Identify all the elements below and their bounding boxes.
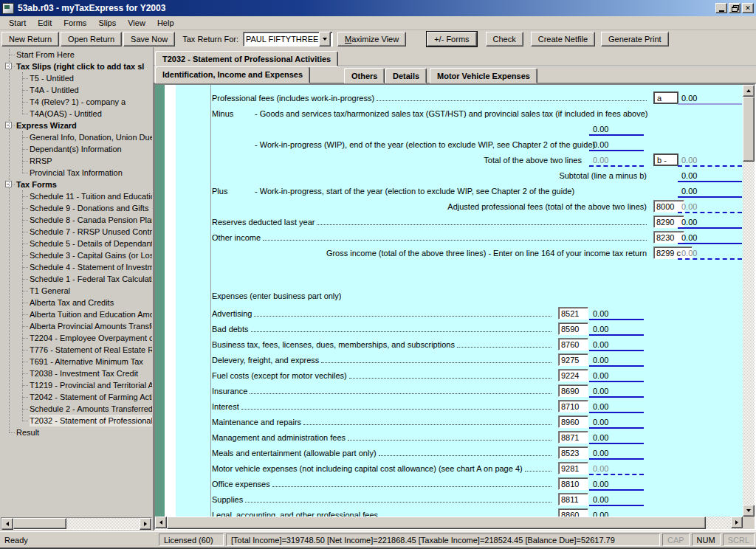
sidebar-item-label: T2032 - Statement of Professional — [30, 415, 152, 427]
dotted-leader — [321, 362, 551, 363]
restore-button[interactable] — [729, 3, 740, 13]
row-label: Interest — [212, 402, 554, 412]
amount-field[interactable]: 0.00 — [589, 308, 644, 320]
scroll-left-button[interactable] — [155, 517, 167, 528]
dotted-leader — [349, 378, 551, 379]
amount-field[interactable]: 0.00 — [589, 339, 644, 351]
amount-field[interactable]: 0.00 — [589, 416, 644, 429]
form-row: Management and administration fees88710.… — [176, 430, 743, 446]
tree-connector — [22, 102, 28, 103]
sidebar-item-label: Tax Slips (right click to add tax sl — [16, 61, 144, 72]
sidebar-item[interactable]: Result — [0, 427, 152, 438]
amount-field[interactable]: 0.00 — [678, 216, 742, 229]
menu-item-slips[interactable]: Slips — [92, 17, 122, 29]
title-bar: 53ab.r03 - myTaxExpress for Y2003 ✕ — [0, 0, 756, 16]
tab-details[interactable]: Details — [385, 68, 427, 83]
row-label: Delevery, freight, and express — [212, 356, 554, 365]
tree-connector — [22, 244, 28, 244]
create-netfile-button[interactable]: Create Netfile — [531, 32, 595, 46]
sidebar-item-label: RRSP — [30, 155, 52, 167]
combobox-dropdown-button[interactable] — [319, 32, 331, 46]
save-now-button[interactable]: Save Now — [123, 32, 175, 46]
tree-connector — [22, 373, 28, 374]
line-letter-box[interactable]: b - — [653, 153, 678, 166]
scroll-right-button[interactable] — [731, 517, 743, 528]
tab-motor-vehicle-expenses[interactable]: Motor Vehicle Expenses — [430, 68, 537, 83]
form-vertical-scrollbar[interactable] — [743, 85, 755, 518]
tree-connector — [22, 149, 28, 150]
minimize-button[interactable] — [715, 3, 727, 13]
tree-connector — [9, 432, 15, 433]
tab-zone: T2032 - Statement of Professional Activi… — [154, 47, 756, 83]
amount-field[interactable]: 0.00 — [678, 232, 742, 244]
scroll-down-button[interactable] — [743, 505, 755, 517]
amount-field[interactable]: 0.00 — [589, 354, 644, 367]
sidebar-item-label: Start From Here — [16, 49, 75, 61]
row-label: - Work-in-progress, start of the year (e… — [255, 187, 574, 196]
menu-item-view[interactable]: View — [122, 17, 151, 29]
tab-identification-income-and-expenses[interactable]: Identification, Income and Expenses — [155, 66, 310, 83]
form-view: Professional fees (includes work-in-prog… — [154, 83, 756, 531]
row-label-text: Bad debts — [212, 325, 249, 334]
amount-field[interactable]: 0.00 — [589, 494, 644, 506]
row-label-text: Advertising — [212, 309, 252, 318]
sidebar-horizontal-scrollbar[interactable] — [1, 517, 152, 530]
menu-item-forms[interactable]: Forms — [58, 17, 92, 29]
new-return-button[interactable]: New Return — [1, 32, 59, 46]
amount-field[interactable]: 0.00 — [678, 170, 742, 182]
form-page: Professional fees (includes work-in-prog… — [176, 85, 743, 517]
sidebar-item-label: Alberta Provincial Amounts Transfe — [30, 320, 152, 332]
taxpayer-combobox[interactable]: PAUL FIFTYTHREE — [243, 32, 333, 46]
amount-field[interactable]: 0.00 — [678, 185, 742, 198]
line-letter-box[interactable]: a — [653, 92, 678, 104]
generate-print-button[interactable]: Generate Print — [601, 32, 669, 46]
row-label: Other income — [212, 233, 649, 243]
plus-minus-forms-button[interactable]: +/- Forms — [427, 32, 476, 46]
amount-field[interactable]: 0.00 — [678, 92, 742, 105]
close-button[interactable]: ✕ — [742, 3, 754, 13]
menu-item-edit[interactable]: Edit — [32, 17, 58, 29]
maximize-view-button[interactable]: Maximize View — [337, 32, 406, 46]
form-horizontal-scrollbar[interactable] — [155, 517, 743, 529]
scroll-right-button[interactable] — [140, 518, 151, 530]
tab-t2032[interactable]: T2032 - Statement of Professional Activi… — [155, 51, 338, 66]
check-label: Check — [493, 35, 516, 44]
tab-others[interactable]: Others — [344, 68, 385, 83]
tree-connector — [22, 173, 28, 173]
amount-field[interactable]: 0.00 — [589, 370, 644, 382]
row-label: Advertising — [212, 309, 554, 319]
amount-field[interactable]: 0.00 — [589, 323, 644, 336]
plus-minus-forms-label: +/- Forms — [434, 35, 469, 44]
vscrollbar-thumb[interactable] — [743, 97, 755, 162]
sidebar-item[interactable]: Start From Here — [0, 49, 152, 61]
amount-field[interactable]: 0.00 — [589, 385, 644, 398]
check-button[interactable]: Check — [486, 32, 523, 46]
sidebar-item-label: T1219 - Provincial and Territorial Al — [30, 379, 152, 391]
amount-field[interactable]: 0.00 — [589, 139, 644, 151]
amount-field[interactable]: 0.00 — [589, 509, 644, 517]
amount-field[interactable]: 0.00 — [589, 401, 644, 413]
amount-field[interactable]: 0.00 — [589, 432, 644, 444]
amount-field[interactable]: 0.00 — [589, 123, 644, 136]
scroll-up-button[interactable] — [743, 85, 755, 97]
sub-tab-strip: Identification, Income and ExpensesOther… — [154, 66, 756, 83]
amount-field[interactable]: 0.00 — [589, 478, 644, 491]
sidebar-item[interactable]: −Express Wizard — [0, 120, 152, 131]
hscrollbar-thumb[interactable] — [167, 517, 706, 529]
form-row: Motor vehicle expenses (not includeing c… — [176, 461, 743, 477]
amount-field[interactable]: 0.00 — [589, 447, 644, 460]
tree-connector — [22, 385, 28, 386]
row-label: Management and administration fees — [212, 433, 554, 443]
menu-item-start[interactable]: Start — [3, 17, 32, 29]
scrollbar-thumb[interactable] — [13, 518, 66, 529]
line-code-box: 8811 — [558, 493, 588, 505]
open-return-button[interactable]: Open Return — [61, 32, 122, 46]
scroll-left-button[interactable] — [1, 518, 13, 530]
menu-item-help[interactable]: Help — [151, 17, 180, 29]
cap-text: CAP — [667, 536, 684, 545]
row-label: Professional fees (includes work-in-prog… — [212, 94, 649, 103]
sidebar-item[interactable]: −Tax Forms — [0, 179, 152, 190]
amount-field: 0.00 — [589, 463, 644, 475]
arrow-down-icon — [746, 509, 751, 512]
sidebar-item[interactable]: −Tax Slips (right click to add tax sl — [0, 61, 152, 72]
